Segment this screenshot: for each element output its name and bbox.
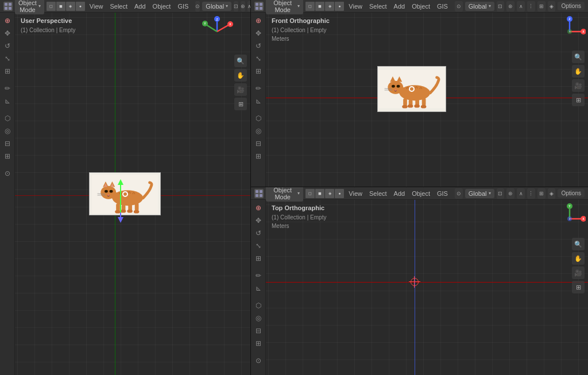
transform-button-br[interactable]: Global ▾ bbox=[465, 189, 494, 198]
extra1-tr[interactable]: ∧ bbox=[517, 1, 525, 11]
magnify-btn-left[interactable]: 🔍 bbox=[234, 55, 247, 67]
vp-shade-br-3[interactable]: ◈ bbox=[325, 189, 334, 198]
pivot-icon-tr[interactable]: ⊙ bbox=[455, 1, 463, 11]
object-mode-button-br[interactable]: Object Mode ▾ bbox=[266, 187, 303, 202]
scale-tool-br[interactable]: ⤡ bbox=[253, 240, 264, 252]
axis-gizmo-left[interactable]: Z X Y bbox=[202, 16, 233, 48]
camera-tool-left[interactable]: ◎ bbox=[2, 125, 13, 137]
measure-tool-left[interactable]: ⊾ bbox=[2, 95, 13, 107]
annotate-tool-left[interactable]: ✏ bbox=[2, 83, 13, 94]
hand-btn-tr[interactable]: ✋ bbox=[572, 65, 585, 78]
grid-tool-br[interactable]: ⊞ bbox=[253, 338, 264, 349]
origin-tool-left[interactable]: ⊙ bbox=[2, 168, 13, 179]
grid-btn-left[interactable]: ⊞ bbox=[234, 98, 247, 110]
grid-tool-left[interactable]: ⊞ bbox=[2, 150, 13, 162]
options-button-br[interactable]: Options bbox=[558, 189, 584, 198]
camera-btn-left[interactable]: 🎥 bbox=[234, 83, 247, 96]
render-tool-br[interactable]: ⊟ bbox=[253, 325, 264, 337]
object-mode-button-left[interactable]: Object Mode ▾ bbox=[15, 0, 44, 14]
camera-tool-br[interactable]: ◎ bbox=[253, 312, 264, 324]
overlay-icon-tr[interactable]: ⊞ bbox=[537, 1, 546, 11]
pivot-icon-br[interactable]: ⊙ bbox=[455, 188, 463, 199]
viewport-shading-1[interactable]: ◻ bbox=[47, 2, 56, 11]
hand-btn-br[interactable]: ✋ bbox=[572, 252, 585, 265]
origin-tool-br[interactable]: ⊙ bbox=[253, 355, 264, 366]
prop-icon-tr[interactable]: ⊛ bbox=[506, 1, 514, 11]
editor-type-icon-br[interactable] bbox=[254, 189, 264, 198]
options-button-tr[interactable]: Options bbox=[558, 2, 584, 10]
menu-view-tr[interactable]: View bbox=[346, 2, 365, 11]
extra2-br[interactable]: ⋮ bbox=[527, 188, 535, 199]
scale-tool-tr[interactable]: ⤡ bbox=[253, 53, 264, 64]
menu-view-br[interactable]: View bbox=[346, 189, 365, 198]
vp-shade-br-2[interactable]: ◼ bbox=[315, 189, 324, 198]
scale-tool-left[interactable]: ⤡ bbox=[2, 53, 13, 64]
xray-icon-br[interactable]: ◈ bbox=[548, 188, 556, 199]
vp-shade-tr-2[interactable]: ◼ bbox=[315, 2, 324, 11]
menu-object-tr[interactable]: Object bbox=[409, 2, 432, 11]
menu-view-left[interactable]: View bbox=[87, 2, 106, 11]
transform-tool-tr[interactable]: ⊞ bbox=[253, 65, 264, 77]
axis-gizmo-tr[interactable]: X Z Y bbox=[554, 16, 586, 48]
vp-shade-tr-3[interactable]: ◈ bbox=[325, 2, 334, 11]
proportional-icon-left[interactable]: ⊛ bbox=[241, 1, 245, 11]
rotate-tool-tr[interactable]: ↺ bbox=[253, 40, 264, 52]
prop-icon-br[interactable]: ⊛ bbox=[506, 188, 514, 199]
cursor-tool-br[interactable]: ⊕ bbox=[253, 202, 264, 214]
magnify-btn-tr[interactable]: 🔍 bbox=[572, 51, 585, 63]
camera-btn-br[interactable]: 🎥 bbox=[572, 266, 585, 279]
editor-type-icon-topright[interactable] bbox=[254, 2, 264, 11]
extra1-br[interactable]: ∧ bbox=[517, 188, 525, 199]
cursor-tool-left[interactable]: ⊕ bbox=[2, 15, 13, 26]
move-tool-br[interactable]: ✥ bbox=[253, 215, 264, 226]
rotate-tool-br[interactable]: ↺ bbox=[253, 227, 264, 239]
image-plane-tr[interactable] bbox=[377, 66, 446, 112]
render-tool-tr[interactable]: ⊟ bbox=[253, 138, 264, 149]
extra2-tr[interactable]: ⋮ bbox=[527, 1, 535, 11]
menu-add-left[interactable]: Add bbox=[132, 2, 148, 11]
move-tool-left[interactable]: ✥ bbox=[2, 28, 13, 39]
view3d-tool-br[interactable]: ⬡ bbox=[253, 300, 264, 311]
vp-shade-tr-1[interactable]: ◻ bbox=[305, 2, 315, 11]
xray-icon-tr[interactable]: ◈ bbox=[548, 1, 556, 11]
grid-btn-br[interactable]: ⊞ bbox=[572, 281, 585, 293]
camera-btn-tr[interactable]: 🎥 bbox=[572, 79, 585, 92]
vp-shade-tr-4[interactable]: ● bbox=[335, 2, 344, 11]
annotate-tool-br[interactable]: ✏ bbox=[253, 270, 264, 281]
pivot-icon-left[interactable]: ⊙ bbox=[195, 1, 200, 11]
menu-add-tr[interactable]: Add bbox=[392, 2, 408, 11]
annotate-tool-tr[interactable]: ✏ bbox=[253, 83, 264, 94]
transform-tool-br[interactable]: ⊞ bbox=[253, 253, 264, 264]
hand-btn-left[interactable]: ✋ bbox=[234, 69, 247, 82]
rotate-tool-left[interactable]: ↺ bbox=[2, 40, 13, 52]
view3d-tool-left[interactable]: ⬡ bbox=[2, 113, 13, 124]
menu-add-br[interactable]: Add bbox=[392, 189, 408, 198]
camera-tool-tr[interactable]: ◎ bbox=[253, 125, 264, 137]
menu-gis-br[interactable]: GIS bbox=[435, 189, 450, 198]
menu-object-br[interactable]: Object bbox=[409, 189, 432, 198]
menu-gis-tr[interactable]: GIS bbox=[435, 2, 450, 11]
render-tool-left[interactable]: ⊟ bbox=[2, 138, 13, 149]
transform-button-tr[interactable]: Global ▾ bbox=[465, 2, 494, 11]
viewport-shading-4[interactable]: ● bbox=[76, 2, 85, 11]
object-mode-button-topright[interactable]: Object Mode ▾ bbox=[266, 0, 303, 14]
menu-select-left[interactable]: Select bbox=[107, 2, 130, 11]
snap-icon-tr[interactable]: ⊡ bbox=[497, 1, 505, 11]
viewport-shading-2[interactable]: ◼ bbox=[56, 2, 65, 11]
move-tool-tr[interactable]: ✥ bbox=[253, 28, 264, 39]
transform-tool-left[interactable]: ⊞ bbox=[2, 65, 13, 77]
view3d-tool-tr[interactable]: ⬡ bbox=[253, 113, 264, 124]
menu-gis-left[interactable]: GIS bbox=[175, 2, 191, 11]
viewport-shading-3[interactable]: ◈ bbox=[66, 2, 75, 11]
menu-object-left[interactable]: Object bbox=[150, 2, 173, 11]
measure-tool-tr[interactable]: ⊾ bbox=[253, 95, 264, 107]
vp-shade-br-1[interactable]: ◻ bbox=[305, 189, 315, 198]
snap-icon-br[interactable]: ⊡ bbox=[497, 188, 505, 199]
axis-gizmo-br[interactable]: Y X Z bbox=[554, 203, 586, 235]
magnify-btn-br[interactable]: 🔍 bbox=[572, 238, 585, 250]
vp-shade-br-4[interactable]: ● bbox=[335, 189, 344, 198]
grid-tool-tr[interactable]: ⊞ bbox=[253, 150, 264, 162]
menu-select-br[interactable]: Select bbox=[367, 189, 389, 198]
cursor-tool-tr[interactable]: ⊕ bbox=[253, 15, 264, 26]
menu-select-tr[interactable]: Select bbox=[367, 2, 389, 11]
